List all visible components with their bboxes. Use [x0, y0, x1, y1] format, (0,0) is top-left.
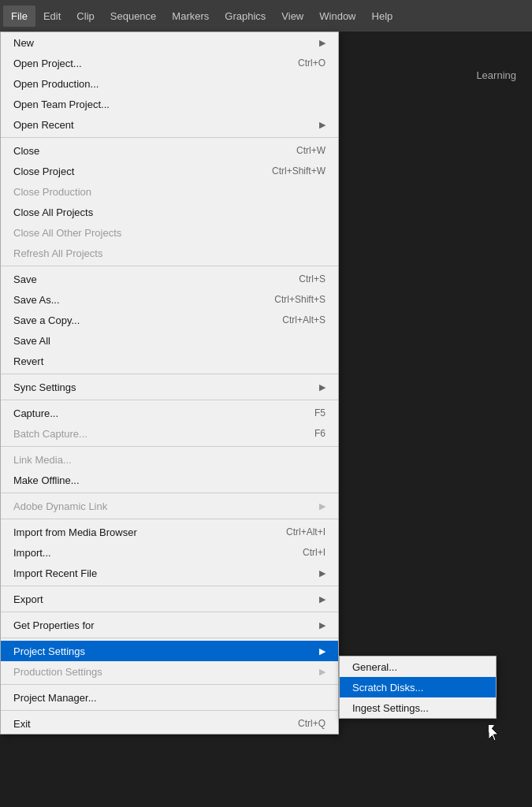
menu-item-new[interactable]: New ▶ [1, 32, 338, 53]
menu-item-project-manager[interactable]: Project Manager... [1, 687, 338, 708]
menu-item-production-settings: Production Settings ▶ [1, 661, 338, 682]
menu-item-import[interactable]: Import... Ctrl+I [1, 542, 338, 563]
separator-5 [1, 446, 338, 447]
shortcut-close: Ctrl+W [296, 145, 326, 156]
separator-12 [1, 710, 338, 711]
menu-item-get-properties[interactable]: Get Properties for ▶ [1, 615, 338, 635]
menu-item-batch-capture: Batch Capture... F6 [1, 423, 338, 444]
shortcut-import: Ctrl+I [303, 547, 326, 558]
menubar-item-sequence[interactable]: Sequence [102, 6, 165, 27]
menu-item-import-recent-file[interactable]: Import Recent File ▶ [1, 563, 338, 583]
separator-7 [1, 519, 338, 519]
shortcut-exit: Ctrl+Q [298, 718, 326, 729]
menu-item-save-as[interactable]: Save As... Ctrl+Shift+S [1, 289, 338, 310]
menu-item-refresh-all-projects: Refresh All Projects [1, 243, 338, 263]
shortcut-open-project: Ctrl+O [298, 58, 326, 69]
shortcut-save: Ctrl+S [299, 273, 326, 284]
menu-item-revert[interactable]: Revert [1, 351, 338, 371]
menu-item-sync-settings[interactable]: Sync Settings ▶ [1, 377, 338, 397]
menubar-item-view[interactable]: View [273, 6, 311, 27]
menubar-item-file[interactable]: File [3, 6, 35, 27]
separator-8 [1, 586, 338, 586]
separator-4 [1, 400, 338, 400]
menubar-item-help[interactable]: Help [364, 6, 401, 27]
shortcut-batch-capture: F6 [314, 428, 326, 439]
menu-item-export[interactable]: Export ▶ [1, 589, 338, 609]
menu-item-import-media-browser[interactable]: Import from Media Browser Ctrl+Alt+I [1, 522, 338, 542]
menu-item-open-production[interactable]: Open Production... [1, 73, 338, 94]
menu-item-close-project[interactable]: Close Project Ctrl+Shift+W [1, 161, 338, 181]
shortcut-save-copy: Ctrl+Alt+S [282, 314, 326, 325]
menubar-item-markers[interactable]: Markers [164, 6, 217, 27]
menu-item-open-team-project[interactable]: Open Team Project... [1, 94, 338, 114]
menubar-item-edit[interactable]: Edit [35, 6, 69, 27]
learning-tab-label: Learning [476, 69, 516, 81]
separator-11 [1, 684, 338, 685]
menubar-item-clip[interactable]: Clip [69, 6, 102, 27]
project-settings-submenu: General... Scratch Disks... Ingest Setti… [339, 656, 497, 719]
file-dropdown-menu: New ▶ Open Project... Ctrl+O Open Produc… [0, 32, 339, 734]
submenu-arrow-import-recent: ▶ [319, 568, 326, 578]
separator-6 [1, 493, 338, 493]
menu-item-exit[interactable]: Exit Ctrl+Q [1, 713, 338, 734]
menubar-item-window[interactable]: Window [311, 6, 363, 27]
separator-3 [1, 374, 338, 374]
shortcut-save-as: Ctrl+Shift+S [274, 294, 326, 305]
menu-item-open-recent[interactable]: Open Recent ▶ [1, 114, 338, 135]
menu-item-project-settings[interactable]: Project Settings ▶ [1, 641, 338, 661]
menu-item-link-media: Link Media... [1, 449, 338, 470]
menu-item-open-project[interactable]: Open Project... Ctrl+O [1, 53, 338, 73]
submenu-item-scratch-disks[interactable]: Scratch Disks... [340, 677, 496, 697]
submenu-arrow-sync: ▶ [319, 382, 326, 392]
submenu-arrow-export: ▶ [319, 594, 326, 604]
separator-9 [1, 612, 338, 612]
shortcut-import-media: Ctrl+Alt+I [286, 526, 326, 537]
submenu-arrow-open-recent: ▶ [319, 120, 326, 130]
separator-1 [1, 137, 338, 138]
menu-item-save-copy[interactable]: Save a Copy... Ctrl+Alt+S [1, 310, 338, 330]
menu-item-close-all-projects[interactable]: Close All Projects [1, 202, 338, 222]
separator-10 [1, 638, 338, 638]
submenu-item-ingest-settings[interactable]: Ingest Settings... [340, 697, 496, 718]
menu-item-close[interactable]: Close Ctrl+W [1, 140, 338, 161]
separator-2 [1, 266, 338, 266]
menu-item-capture[interactable]: Capture... F5 [1, 403, 338, 423]
submenu-arrow-production-settings: ▶ [319, 667, 326, 677]
menu-item-close-production: Close Production [1, 181, 338, 202]
submenu-arrow-project-settings: ▶ [319, 646, 326, 656]
submenu-arrow-properties: ▶ [319, 620, 326, 630]
shortcut-close-project: Ctrl+Shift+W [272, 165, 326, 177]
menu-item-save-all[interactable]: Save All [1, 330, 338, 351]
submenu-arrow-adl: ▶ [319, 501, 326, 511]
menu-item-save[interactable]: Save Ctrl+S [1, 269, 338, 289]
menubar-item-graphics[interactable]: Graphics [217, 6, 273, 27]
menubar: File Edit Clip Sequence Markers Graphics… [0, 0, 532, 32]
submenu-arrow-new: ▶ [319, 38, 326, 48]
menu-item-make-offline[interactable]: Make Offline... [1, 470, 338, 490]
submenu-item-general[interactable]: General... [340, 656, 496, 677]
shortcut-capture: F5 [314, 407, 326, 418]
menu-item-adobe-dynamic-link: Adobe Dynamic Link ▶ [1, 496, 338, 516]
menu-item-close-all-other-projects: Close All Other Projects [1, 222, 338, 243]
